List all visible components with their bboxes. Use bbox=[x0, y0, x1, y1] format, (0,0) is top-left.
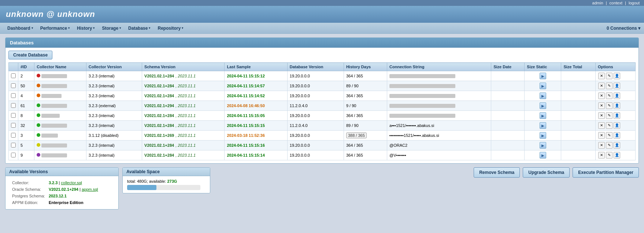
user-icon[interactable]: 👤 bbox=[614, 83, 620, 89]
available-space-body: total: 480G; available: 273G bbox=[123, 176, 210, 193]
status-dot bbox=[37, 84, 40, 87]
collector-version: 3.2.3 bbox=[49, 181, 58, 185]
user-icon[interactable]: 👤 bbox=[614, 102, 620, 109]
remove-schema-button[interactable]: Remove Schema bbox=[474, 167, 520, 178]
row-checkbox[interactable] bbox=[11, 113, 16, 118]
delete-icon[interactable]: ✕ bbox=[598, 73, 605, 79]
appm-edition-value: Enterprise Edition bbox=[49, 200, 84, 205]
row-history-days: 89 / 90 bbox=[344, 121, 387, 131]
row-checkbox-cell bbox=[9, 131, 18, 141]
space-progress-fill bbox=[127, 185, 156, 190]
row-checkbox[interactable] bbox=[11, 153, 16, 157]
delete-icon[interactable]: ✕ bbox=[598, 102, 605, 109]
row-collector-version: 3.2.3 (internal) bbox=[86, 150, 142, 160]
admin-link[interactable]: admin bbox=[592, 1, 603, 5]
row-collector-name: ████████ bbox=[34, 141, 86, 150]
execute-partition-button[interactable]: Execute Partition Manager bbox=[573, 167, 639, 178]
nav-database[interactable]: Database ▾ bbox=[125, 23, 154, 33]
user-icon[interactable]: 👤 bbox=[614, 132, 620, 139]
delete-icon[interactable]: ✕ bbox=[598, 132, 605, 139]
row-checkbox[interactable] bbox=[11, 123, 16, 128]
row-collector-version: 3.2.3 (external) bbox=[86, 101, 142, 111]
databases-panel: Databases Create Database #ID Collector … bbox=[5, 37, 639, 164]
context-link[interactable]: context bbox=[610, 1, 622, 5]
available-versions-panel: Available Versions Collector: 3.2.3 | co… bbox=[5, 167, 119, 210]
edit-icon[interactable]: ✎ bbox=[606, 142, 612, 149]
nav-dashboard[interactable]: Dashboard ▾ bbox=[4, 23, 37, 33]
collector-label: Collector: bbox=[11, 180, 47, 186]
edit-icon[interactable]: ✎ bbox=[606, 83, 612, 89]
space-progress-bar bbox=[127, 185, 200, 190]
row-checkbox[interactable] bbox=[11, 103, 16, 108]
collector-name-blurred: ████████ bbox=[41, 153, 67, 157]
col-connection-string: Connection String bbox=[387, 63, 491, 71]
row-connection-string: @ORAC2 bbox=[387, 141, 491, 150]
nav-repository[interactable]: Repository ▾ bbox=[154, 23, 187, 33]
oracle-schema-version: V2021.02.1+294 bbox=[49, 187, 78, 192]
delete-icon[interactable]: ✕ bbox=[598, 112, 605, 119]
edit-icon[interactable]: ✎ bbox=[606, 122, 612, 129]
row-checkbox[interactable] bbox=[11, 143, 16, 148]
row-checkbox[interactable] bbox=[11, 93, 16, 98]
row-collector-name: ████████ bbox=[34, 150, 86, 160]
row-db-version: 19.20.0.0.0 bbox=[287, 141, 344, 150]
user-icon[interactable]: 👤 bbox=[614, 112, 620, 119]
row-checkbox[interactable] bbox=[11, 83, 16, 88]
row-checkbox[interactable] bbox=[11, 73, 16, 78]
bottom-buttons: Remove Schema Upgrade Schema Execute Par… bbox=[474, 167, 639, 178]
row-checkbox[interactable] bbox=[11, 133, 16, 138]
edit-icon[interactable]: ✎ bbox=[606, 73, 612, 79]
row-collector-name: ████████ bbox=[34, 121, 86, 131]
status-dot bbox=[37, 143, 40, 147]
row-last-sample: 2024-04-08 16:46:50 bbox=[225, 101, 287, 111]
delete-icon[interactable]: ✕ bbox=[598, 92, 605, 99]
nav-storage[interactable]: Storage ▾ bbox=[98, 23, 125, 33]
row-collector-name: ████████ bbox=[34, 71, 86, 81]
connections-count[interactable]: 0 Connections ▾ bbox=[607, 26, 640, 31]
play-button[interactable]: ▶ bbox=[540, 83, 546, 89]
oracle-schema-link[interactable]: appm.sql bbox=[82, 187, 98, 192]
status-dot bbox=[37, 103, 40, 107]
logout-link[interactable]: logout bbox=[629, 1, 640, 5]
play-button[interactable]: ▶ bbox=[540, 132, 546, 139]
nav-history-arrow: ▾ bbox=[93, 26, 95, 30]
play-button[interactable]: ▶ bbox=[540, 73, 546, 79]
play-button[interactable]: ▶ bbox=[540, 102, 546, 109]
play-button[interactable]: ▶ bbox=[540, 142, 546, 149]
upgrade-schema-button[interactable]: Upgrade Schema bbox=[523, 167, 570, 178]
play-button[interactable]: ▶ bbox=[540, 122, 546, 129]
row-db-version: 19.20.0.0.0 bbox=[287, 131, 344, 141]
user-icon[interactable]: 👤 bbox=[614, 73, 620, 79]
row-id: 5 bbox=[18, 141, 34, 150]
row-size-date bbox=[491, 111, 525, 121]
connection-string-blurred: ████████████████████████████ bbox=[389, 104, 455, 108]
nav-performance[interactable]: Performance ▾ bbox=[37, 23, 73, 33]
play-button[interactable]: ▶ bbox=[540, 92, 546, 99]
nav-dashboard-arrow: ▾ bbox=[32, 26, 33, 30]
collector-sql-link[interactable]: collector.sql bbox=[61, 181, 82, 185]
user-icon[interactable]: 👤 bbox=[614, 122, 620, 129]
user-icon[interactable]: 👤 bbox=[614, 92, 620, 99]
edit-icon[interactable]: ✎ bbox=[606, 102, 612, 109]
delete-icon[interactable]: ✕ bbox=[598, 152, 605, 159]
create-database-button[interactable]: Create Database bbox=[8, 51, 52, 59]
edit-icon[interactable]: ✎ bbox=[606, 152, 612, 159]
play-button[interactable]: ▶ bbox=[540, 112, 546, 119]
edit-icon[interactable]: ✎ bbox=[606, 112, 612, 119]
delete-icon[interactable]: ✕ bbox=[598, 83, 605, 89]
edit-icon[interactable]: ✎ bbox=[606, 92, 612, 99]
connection-string-blurred: ████████████████████████████ bbox=[389, 74, 455, 78]
nav-database-arrow: ▾ bbox=[149, 26, 150, 30]
row-last-sample: 2024-04-11 15:15:14 bbox=[225, 150, 287, 160]
edit-icon[interactable]: ✎ bbox=[606, 132, 612, 139]
col-last-sample: Last Sample bbox=[225, 63, 287, 71]
user-icon[interactable]: 👤 bbox=[614, 152, 620, 159]
col-history-days: History Days bbox=[344, 63, 387, 71]
nav-database-label: Database bbox=[128, 26, 148, 31]
delete-icon[interactable]: ✕ bbox=[598, 122, 605, 129]
play-button[interactable]: ▶ bbox=[540, 152, 546, 159]
row-schema-version: V2021.02.1+269, 2023.11.1 bbox=[142, 131, 225, 141]
user-icon[interactable]: 👤 bbox=[614, 142, 620, 149]
nav-history[interactable]: History ▾ bbox=[73, 23, 98, 33]
delete-icon[interactable]: ✕ bbox=[598, 142, 605, 149]
